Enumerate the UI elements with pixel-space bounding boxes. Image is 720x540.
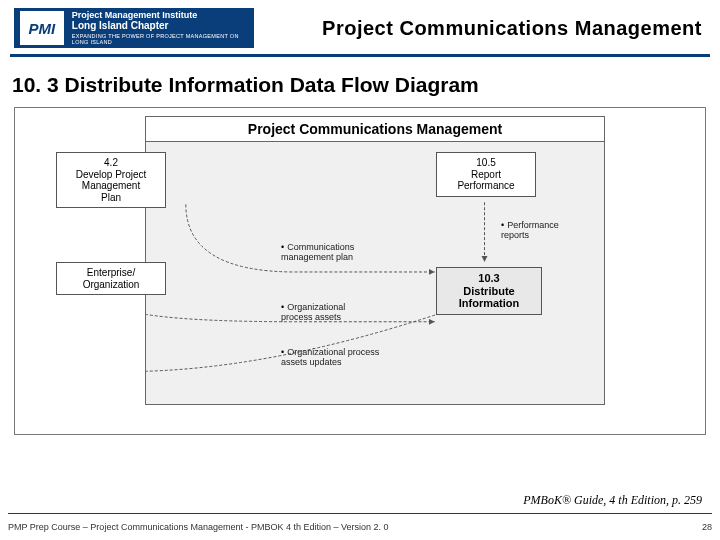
node-develop-plan: 4.2Develop ProjectManagementPlan (56, 152, 166, 208)
diagram-group-title: Project Communications Management (146, 117, 604, 142)
logo-text: Project Management Institute Long Island… (72, 11, 248, 46)
node-distribute-information: 10.3DistributeInformation (436, 267, 542, 315)
diagram-group: Project Communications Management 4.2Dev… (145, 116, 605, 405)
logo-badge: PMI (20, 11, 64, 45)
label-performance-reports: Performancereports (501, 220, 559, 241)
footer-page-number: 28 (702, 522, 712, 532)
slide-title: 10. 3 Distribute Information Data Flow D… (0, 57, 720, 107)
label-org-process-assets-updates: Organizational processassets updates (281, 347, 379, 368)
node-enterprise-org: Enterprise/Organization (56, 262, 166, 295)
diagram-body: 4.2Develop ProjectManagementPlan Enterpr… (146, 142, 604, 392)
footer-left: PMP Prep Course – Project Communications… (8, 522, 389, 532)
label-org-process-assets: Organizationalprocess assets (281, 302, 345, 323)
logo-line1: Project Management Institute (72, 11, 248, 21)
diagram-frame: Project Communications Management 4.2Dev… (14, 107, 706, 435)
citation: PMBoK® Guide, 4 th Edition, p. 259 (523, 493, 702, 508)
footer-rule (8, 513, 712, 514)
pmi-logo: PMI Project Management Institute Long Is… (14, 8, 254, 48)
data-flow-diagram: Project Communications Management 4.2Dev… (145, 116, 605, 405)
header-title: Project Communications Management (254, 17, 706, 40)
logo-line2: Long Island Chapter (72, 20, 248, 31)
footer: PMP Prep Course – Project Communications… (8, 522, 712, 532)
header: PMI Project Management Institute Long Is… (0, 0, 720, 54)
logo-tagline: EXPANDING THE POWER OF PROJECT MANAGEMEN… (72, 33, 248, 45)
label-comm-mgmt-plan: Communicationsmanagement plan (281, 242, 354, 263)
node-report-performance: 10.5ReportPerformance (436, 152, 536, 197)
